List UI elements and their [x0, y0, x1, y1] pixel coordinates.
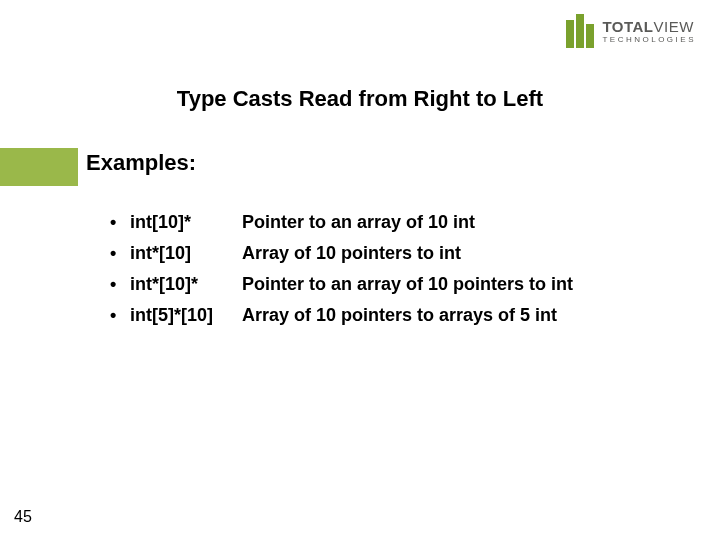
- list-item: • int*[10] Array of 10 pointers to int: [110, 243, 573, 264]
- logo-bar: [576, 14, 584, 48]
- logo-name-thin: VIEW: [654, 18, 694, 35]
- logo-bar: [586, 24, 594, 48]
- type-cast-desc: Pointer to an array of 10 pointers to in…: [242, 274, 573, 295]
- type-cast-code: int*[10]: [130, 243, 242, 264]
- bullet-icon: •: [110, 212, 130, 233]
- bullet-icon: •: [110, 274, 130, 295]
- logo-bar: [566, 20, 574, 48]
- logo-name-strong: TOTAL: [602, 18, 653, 35]
- logo-text: TOTALVIEW TECHNOLOGIES: [602, 19, 696, 44]
- bullet-icon: •: [110, 243, 130, 264]
- logo-name: TOTALVIEW: [602, 19, 696, 34]
- logo-bars-icon: [566, 14, 594, 48]
- type-cast-desc: Array of 10 pointers to arrays of 5 int: [242, 305, 573, 326]
- slide: TOTALVIEW TECHNOLOGIES Type Casts Read f…: [0, 0, 720, 540]
- list-item: • int[10]* Pointer to an array of 10 int: [110, 212, 573, 233]
- examples-list: • int[10]* Pointer to an array of 10 int…: [110, 212, 573, 336]
- logo-subtitle: TECHNOLOGIES: [602, 36, 696, 44]
- page-number: 45: [14, 508, 32, 526]
- type-cast-desc: Pointer to an array of 10 int: [242, 212, 573, 233]
- list-item: • int*[10]* Pointer to an array of 10 po…: [110, 274, 573, 295]
- logo: TOTALVIEW TECHNOLOGIES: [566, 14, 696, 48]
- type-cast-code: int*[10]*: [130, 274, 242, 295]
- examples-heading: Examples:: [86, 150, 196, 176]
- list-item: • int[5]*[10] Array of 10 pointers to ar…: [110, 305, 573, 326]
- type-cast-code: int[5]*[10]: [130, 305, 242, 326]
- bullet-icon: •: [110, 305, 130, 326]
- type-cast-desc: Array of 10 pointers to int: [242, 243, 573, 264]
- slide-title: Type Casts Read from Right to Left: [0, 86, 720, 112]
- type-cast-code: int[10]*: [130, 212, 242, 233]
- accent-block: [0, 148, 78, 186]
